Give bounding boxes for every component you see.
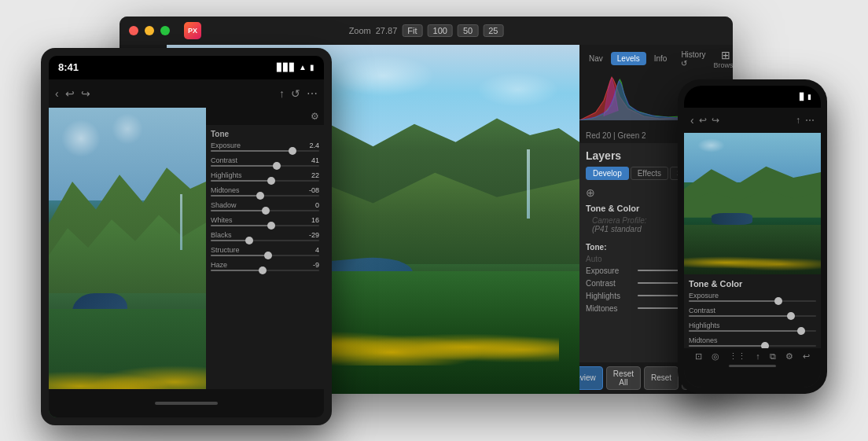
iphone-filter-tool-icon[interactable]: ⋮⋮ [729, 351, 746, 362]
zoom-25-btn[interactable]: 25 [483, 24, 503, 37]
more-icon[interactable]: ⋯ [307, 87, 318, 100]
ipad-shadow-val: 0 [315, 201, 319, 209]
ipad-structure-label: Structure [211, 246, 240, 254]
iphone-layers-tool-icon[interactable]: ⧉ [770, 351, 776, 362]
redo-icon[interactable]: ↪ [81, 87, 90, 100]
iphone-export-tool-icon[interactable]: ↑ [756, 351, 760, 362]
ipad-highlights-row: Highlights 22 [211, 171, 319, 182]
iphone-contrast-row: Contrast [689, 307, 816, 317]
reset-icon[interactable]: ↺ [291, 87, 300, 100]
tab-nav[interactable]: Nav [583, 52, 609, 65]
undo-icon[interactable]: ↩ [65, 87, 75, 100]
contrast-label: Contrast [586, 279, 633, 288]
iphone-midtones-row: Midtones [689, 336, 816, 347]
ipad-haze-track[interactable] [211, 270, 319, 271]
ipad-highlights-track[interactable] [211, 180, 319, 182]
browse-button[interactable]: ⊞ Browse [714, 49, 733, 69]
app-icon: PX [184, 22, 201, 39]
iphone-exposure-track[interactable] [689, 300, 816, 302]
ipad-toolbar-right: ↑ ↺ ⋯ [279, 87, 318, 100]
ipad-whites-val: 16 [311, 216, 319, 224]
ipad-midtones-track[interactable] [211, 195, 319, 197]
panel-tabs: Nav Levels Info History ↺ ⊞ Browse [579, 45, 733, 73]
ipad-toolbar: ‹ ↩ ↪ ↑ ↺ ⋯ [49, 79, 324, 108]
highlights-label: Highlights [586, 292, 633, 300]
reset-all-button[interactable]: Reset All [606, 366, 641, 390]
iphone-right-panel: Tone & Color Exposure Contrast [684, 274, 821, 356]
ipad-home-indicator [155, 402, 218, 405]
waterfall [527, 149, 530, 219]
iphone-crop-tool-icon[interactable]: ⊡ [695, 351, 702, 362]
iphone-toolbar-left: ‹ ↩ ↪ [690, 114, 719, 127]
iphone-back-icon[interactable]: ‹ [690, 114, 694, 127]
ipad-exposure-val: 2.4 [309, 141, 319, 149]
ipad-blacks-row: Blacks -29 [211, 231, 319, 241]
toolbar-center: Zoom 27.87 Fit 100 50 25 [349, 24, 504, 37]
iphone-adjust-tool-icon[interactable]: ◎ [712, 351, 719, 362]
panel-settings-icon[interactable]: ⚙ [311, 111, 319, 122]
iphone-highlights-track[interactable] [689, 330, 816, 332]
tab-levels[interactable]: Levels [611, 52, 646, 65]
zoom-50-btn[interactable]: 50 [458, 24, 478, 37]
ipad-blacks-val: -29 [309, 231, 319, 239]
scene: PX Zoom 27.87 Fit 100 50 25 ⊡ Crop [41, 17, 827, 425]
iphone-contrast-track[interactable] [689, 315, 816, 317]
exposure-label: Exposure [586, 266, 633, 275]
iphone-bottom-toolbar: ⊡ ◎ ⋮⋮ ↑ ⧉ ⚙ ↩ [684, 348, 821, 388]
iphone-more-icon[interactable]: ⋯ [805, 115, 815, 126]
iphone-settings-tool-icon[interactable]: ⚙ [785, 351, 793, 362]
ipad-right-panel: ⚙ Tone Exposure 2.4 [206, 108, 324, 417]
ipad-panel-header: ⚙ [206, 108, 324, 125]
iphone-contrast-label: Contrast [689, 307, 816, 314]
histogram-channel-label: Red 20 | Green 2 [586, 131, 646, 140]
ipad-photo [49, 108, 206, 417]
ipad-waterfall [180, 194, 182, 250]
ipad-contrast-row: Contrast 41 [211, 156, 319, 167]
ipad-midtones-label: Midtones [211, 186, 240, 194]
add-layer-icon[interactable]: ⊕ [586, 186, 595, 199]
ipad-shadow-track[interactable] [211, 210, 319, 211]
iphone-battery-icon: ▮ [807, 93, 811, 101]
ipad-shadow-row: Shadow 0 [211, 201, 319, 211]
maximize-button[interactable] [160, 26, 170, 35]
minimize-button[interactable] [145, 26, 154, 35]
ipad-haze-label: Haze [211, 261, 227, 269]
back-icon[interactable]: ‹ [55, 87, 59, 100]
iphone-highlights-label: Highlights [689, 322, 816, 329]
close-button[interactable] [129, 26, 138, 35]
iphone-toolbar-right: ↑ ⋯ [796, 115, 815, 126]
desktop-titlebar: PX Zoom 27.87 Fit 100 50 25 [120, 17, 733, 45]
tab-history[interactable]: History ↺ [675, 48, 712, 70]
tab-effects[interactable]: Effects [631, 167, 668, 180]
ipad-whites-label: Whites [211, 216, 233, 224]
share-icon[interactable]: ↑ [279, 87, 285, 100]
zoom-100-btn[interactable]: 100 [428, 24, 453, 37]
ipad-contrast-track[interactable] [211, 165, 319, 167]
ipad-whites-track[interactable] [211, 225, 319, 226]
ipad-shadow-label: Shadow [211, 201, 237, 209]
tab-develop[interactable]: Develop [586, 167, 629, 180]
zoom-fit-btn[interactable]: Fit [402, 24, 422, 37]
iphone-redo-icon[interactable]: ↪ [712, 115, 719, 126]
iphone-device: ▊ ▮ ‹ ↩ ↪ ↑ ⋯ [678, 79, 827, 394]
ipad-contrast-val: 41 [311, 156, 319, 164]
iphone-midtones-track[interactable] [689, 345, 816, 347]
ipad-exposure-track[interactable] [211, 150, 319, 152]
ipad-toolbar-left: ‹ ↩ ↪ [55, 87, 90, 100]
ipad-blacks-label: Blacks [211, 231, 232, 239]
ipad-blacks-track[interactable] [211, 240, 319, 241]
iphone-undo-icon[interactable]: ↩ [699, 115, 707, 126]
iphone-share-icon[interactable]: ↑ [796, 115, 800, 126]
ipad-structure-track[interactable] [211, 255, 319, 256]
ipad-bottom [49, 389, 324, 417]
iphone-home-bar [729, 365, 776, 367]
reset-button[interactable]: Reset [644, 366, 679, 390]
iphone-notch [721, 86, 784, 103]
iphone-photo [684, 133, 821, 274]
iphone-toolbar: ‹ ↩ ↪ ↑ ⋯ [684, 108, 821, 133]
ipad-exposure-row: Exposure 2.4 [211, 141, 319, 152]
iphone-undo-tool-icon[interactable]: ↩ [803, 351, 810, 362]
iphone-notch-area: ▊ ▮ [684, 86, 821, 108]
tab-info[interactable]: Info [648, 52, 674, 65]
ipad-section-label: Tone [211, 130, 319, 138]
